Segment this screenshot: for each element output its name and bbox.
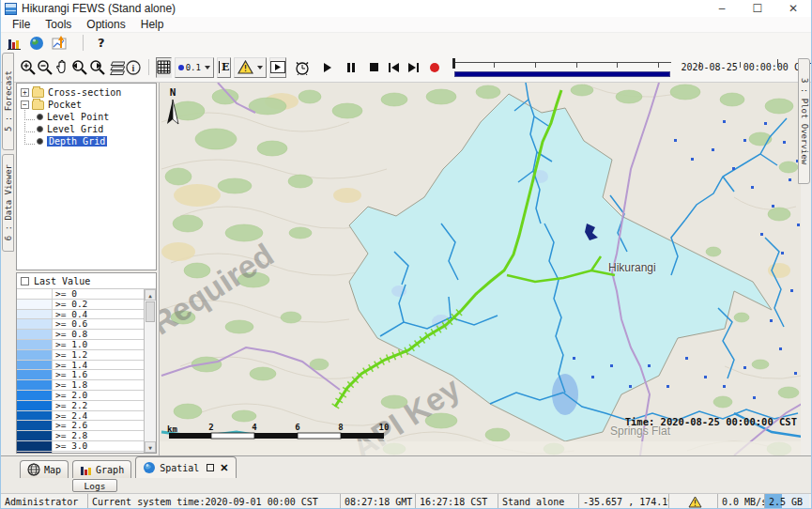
tab-graph[interactable]: Graph — [72, 460, 131, 478]
current-time-label: 2020-08-25 00:00:00 CST — [681, 62, 810, 72]
legend-toggle-button[interactable]: E — [217, 57, 232, 78]
menu-options[interactable]: Options — [79, 18, 132, 31]
status-gmt-time: 08:27:18 GMT — [341, 494, 416, 509]
scroll-down-icon[interactable]: ▼ — [145, 441, 156, 453]
toolbar-separator — [83, 35, 84, 51]
folder-icon — [32, 100, 44, 110]
status-net-speed: 0.0 MB/s — [718, 494, 765, 509]
zoom-out-icon[interactable] — [37, 57, 54, 78]
help-icon[interactable]: ? — [98, 36, 105, 50]
left-panel: + Cross-section − Pocket Level Point — [14, 83, 159, 455]
scroll-up-icon[interactable]: ▲ — [145, 289, 156, 301]
tab-map[interactable]: Map — [20, 460, 69, 478]
tree-connector — [24, 110, 35, 120]
time-slider-thumb[interactable] — [452, 58, 455, 69]
record-button[interactable] — [428, 57, 442, 78]
main-area: + Cross-section − Pocket Level Point — [1, 83, 811, 455]
bullet-icon — [37, 138, 43, 145]
stop-button[interactable] — [367, 57, 381, 78]
status-mode: Stand alone — [498, 494, 579, 509]
minimize-button[interactable]: – — [704, 0, 740, 17]
town-label: Hikurangi — [608, 261, 656, 274]
zoom-previous-icon[interactable] — [70, 57, 88, 78]
info-icon[interactable]: i — [125, 57, 142, 78]
tab-spatial[interactable]: Spatial ✕ — [135, 456, 236, 478]
legend-row: >= 2.2 — [17, 401, 144, 411]
layers-icon[interactable] — [106, 57, 125, 78]
tree-item-depth-grid[interactable]: Depth Grid — [17, 135, 156, 147]
last-value-checkbox[interactable] — [21, 277, 29, 285]
layer-tree: + Cross-section − Pocket Level Point — [16, 83, 157, 270]
pause-button[interactable] — [344, 57, 358, 78]
svg-text:8: 8 — [338, 423, 343, 432]
svg-text:i: i — [132, 63, 135, 73]
zoom-in-icon[interactable] — [20, 57, 37, 78]
warning-threshold-dropdown[interactable]: ! — [234, 57, 267, 78]
panel-tab-plot-overview[interactable]: 3 : Plot Overview — [798, 58, 810, 184]
expand-icon[interactable]: + — [21, 88, 29, 97]
menu-file[interactable]: File — [5, 18, 38, 31]
folder-icon — [32, 88, 44, 98]
legend-scrollbar[interactable]: ▲ ▼ — [144, 289, 156, 453]
svg-text:10: 10 — [379, 423, 390, 432]
pan-hand-icon[interactable] — [54, 57, 70, 78]
step-back-button[interactable] — [387, 57, 401, 78]
map-canvas[interactable]: API Key Required API Key Required — [159, 83, 801, 455]
panel-tab-data-viewer[interactable]: 6 : Data Viewer — [2, 154, 14, 252]
menu-tools[interactable]: Tools — [38, 18, 79, 31]
status-system-time: Current system time:2020-09-01 00:00 CST — [88, 494, 341, 509]
zoom-next-icon[interactable] — [88, 57, 106, 78]
tree-item-pocket[interactable]: − Pocket — [17, 99, 156, 111]
timeseries-chart-icon[interactable] — [52, 36, 69, 51]
legend-panel: Last Value >= 0 >= 0.2 >= 0.4 >= 0.6 >= … — [16, 272, 157, 454]
classification-dropdown[interactable]: 0.1 — [175, 57, 214, 78]
legend-row: >= 0.2 — [17, 300, 144, 310]
maximize-button[interactable]: ☐ — [740, 0, 775, 17]
legend-letter: E — [219, 61, 229, 73]
svg-text:2: 2 — [208, 423, 213, 432]
warning-icon: ! — [688, 496, 702, 508]
main-toolbar: ? — [1, 33, 811, 53]
map-time-label: Time: 2020-08-25 00:00:00 CST — [625, 416, 797, 427]
maximize-panel-icon[interactable] — [207, 464, 214, 471]
svg-text:!: ! — [243, 64, 248, 73]
play-button[interactable] — [320, 57, 334, 78]
status-memory: 2.5 GB — [765, 494, 809, 509]
status-warning-cell[interactable]: ! — [669, 494, 718, 509]
wireframe-globe-icon — [27, 463, 40, 476]
logs-button[interactable]: Logs — [72, 479, 117, 492]
animation-timer-icon[interactable] — [294, 57, 311, 78]
panel-tab-forecast[interactable]: 5 : Forecast — [2, 53, 14, 150]
scroll-thumb[interactable] — [146, 301, 155, 322]
status-local-time: 16:27:18 CST — [416, 494, 498, 509]
svg-text:km: km — [167, 424, 177, 434]
time-slider[interactable] — [452, 55, 674, 80]
time-slider-range-bar[interactable] — [454, 71, 671, 77]
animation-player-button[interactable] — [269, 57, 286, 78]
close-panel-icon[interactable]: ✕ — [220, 462, 228, 474]
map-artwork: API Key Required API Key Required — [160, 83, 801, 455]
legend-row: >= 1.2 — [17, 350, 144, 361]
tree-item-cross-section[interactable]: + Cross-section — [17, 86, 156, 99]
svg-text:N: N — [170, 86, 176, 99]
bullet-icon — [37, 114, 43, 120]
tree-item-level-point[interactable]: Level Point — [17, 111, 156, 123]
bottom-tab-bar: Map Graph Spatial ✕ — [1, 455, 811, 478]
legend-row: >= 3.2 — [17, 452, 144, 453]
collapse-icon[interactable]: − — [21, 100, 29, 109]
step-forward-button[interactable] — [406, 57, 421, 78]
grid-display-toggle[interactable] — [156, 57, 172, 78]
svg-text:6: 6 — [295, 423, 299, 432]
status-coordinates: -35.657 , 174.199 — [579, 494, 669, 509]
title-bar: Hikurangi FEWS (Stand alone) – ☐ ✕ — [1, 0, 811, 17]
menu-bar: File Tools Options Help — [1, 17, 811, 33]
window-title: Hikurangi FEWS (Stand alone) — [22, 2, 176, 15]
close-button[interactable]: ✕ — [775, 0, 811, 17]
map-display-globe-icon[interactable] — [29, 36, 44, 51]
status-user: Administrator — [1, 494, 88, 509]
menu-help[interactable]: Help — [133, 18, 172, 31]
tree-connector — [24, 134, 35, 145]
dot-icon — [178, 65, 184, 70]
database-icon[interactable] — [7, 36, 22, 51]
tree-item-level-grid[interactable]: Level Grid — [17, 123, 156, 135]
